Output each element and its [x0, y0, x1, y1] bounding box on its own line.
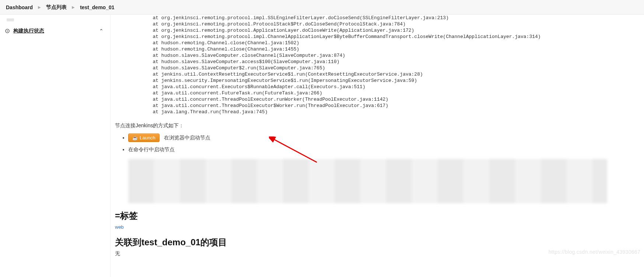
connect-method-cli: 在命令行中启动节点 [128, 146, 640, 153]
chevron-right-icon: ▶ [72, 5, 75, 9]
stack-trace: at org.jenkinsci.remoting.protocol.impl.… [130, 15, 640, 115]
layout: 构建执行状态 ⌃ at org.jenkinsci.remoting.proto… [0, 15, 644, 277]
breadcrumb-nodes[interactable]: 节点列表 [46, 4, 67, 11]
chevron-up-icon: ⌃ [99, 28, 104, 34]
gear-icon [4, 27, 11, 35]
launch-button-label: Launch [140, 135, 155, 141]
connect-methods-list: ☕ Launch 在浏览器中启动节点 在命令行中启动节点 [128, 134, 640, 153]
connect-method-browser: ☕ Launch 在浏览器中启动节点 [128, 134, 640, 142]
svg-point-1 [7, 31, 8, 32]
redacted-block [128, 159, 607, 203]
connect-browser-text: 在浏览器中启动节点 [164, 135, 210, 141]
sidebar-build-status[interactable]: 构建执行状态 ⌃ [0, 24, 110, 38]
breadcrumb-dashboard[interactable]: Dashboard [6, 4, 33, 10]
watermark: https://blog.csdn.net/weixin_43930667 [549, 249, 640, 255]
java-icon: ☕ [132, 136, 138, 140]
connect-intro: 节点连接Jenkins的方式如下： [115, 122, 640, 129]
tag-link-web[interactable]: web [115, 224, 124, 230]
sidebar: 构建执行状态 ⌃ [0, 15, 111, 277]
breadcrumb: Dashboard ▶ 节点列表 ▶ test_demo_01 [0, 0, 644, 15]
breadcrumb-current[interactable]: test_demo_01 [80, 4, 114, 10]
chevron-right-icon: ▶ [38, 5, 41, 9]
connect-cli-text: 在命令行中启动节点 [128, 146, 175, 152]
sidebar-build-status-label: 构建执行状态 [13, 28, 99, 34]
sidebar-top-fragment [0, 18, 110, 24]
main-content: at org.jenkinsci.remoting.protocol.impl.… [111, 15, 644, 277]
launch-button[interactable]: ☕ Launch [128, 134, 160, 142]
projects-heading: 关联到test_demo_01的项目 [115, 236, 640, 248]
tags-heading: =标签 [115, 210, 640, 222]
